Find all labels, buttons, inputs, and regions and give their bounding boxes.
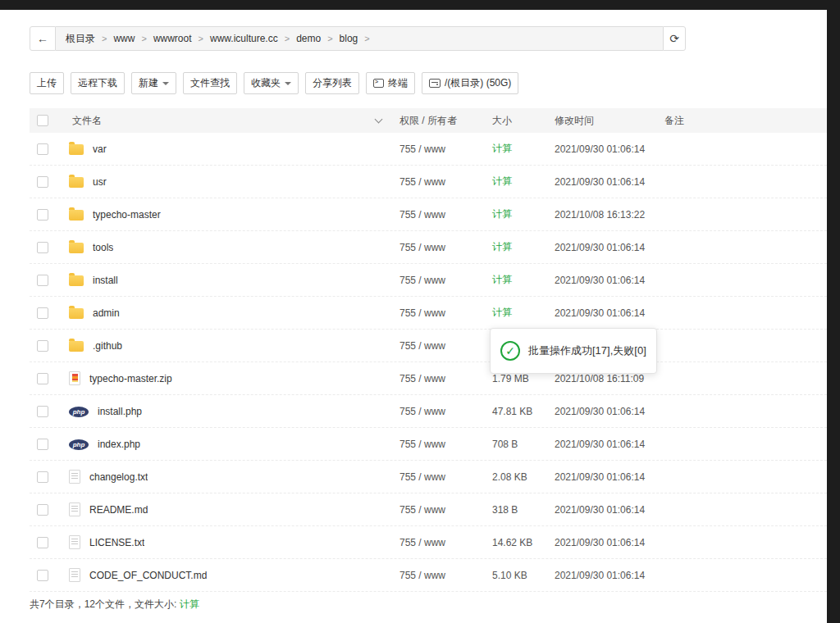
document-file-icon xyxy=(69,470,80,484)
row-checkbox[interactable] xyxy=(37,504,48,516)
refresh-button[interactable]: ⟳ xyxy=(663,26,686,51)
row-checkbox[interactable] xyxy=(37,242,48,253)
breadcrumb-item[interactable]: 根目录 xyxy=(64,32,97,46)
terminal-button[interactable]: 终端 xyxy=(366,72,415,94)
file-search-button[interactable]: 文件查找 xyxy=(183,72,237,94)
file-name[interactable]: install xyxy=(93,275,118,286)
favorites-button[interactable]: 收藏夹 xyxy=(244,72,299,94)
file-mtime: 2021/09/30 01:06:14 xyxy=(555,242,664,253)
terminal-button-label: 终端 xyxy=(388,76,408,90)
breadcrumb-separator: > xyxy=(327,34,332,43)
calc-size-link[interactable]: 计算 xyxy=(492,175,512,187)
file-name[interactable]: install.php xyxy=(98,406,142,417)
row-checkbox[interactable] xyxy=(37,275,48,286)
file-name[interactable]: index.php xyxy=(98,439,140,450)
file-name[interactable]: admin xyxy=(93,307,120,319)
row-checkbox[interactable] xyxy=(37,570,48,581)
remote-download-button[interactable]: 远程下载 xyxy=(71,72,125,94)
table-row: CODE_OF_CONDUCT.md755 / www5.10 KB2021/0… xyxy=(30,559,827,592)
upload-button-label: 上传 xyxy=(37,76,57,90)
file-mtime: 2021/09/30 01:06:14 xyxy=(555,275,664,286)
calc-size-link[interactable]: 计算 xyxy=(492,143,512,154)
favorites-button-label: 收藏夹 xyxy=(251,76,281,90)
footer-text: 共7个目录，12个文件，文件大小: xyxy=(30,598,180,610)
breadcrumb-item[interactable]: www xyxy=(112,33,136,44)
file-list: var755 / www计算2021/09/30 01:06:14usr755 … xyxy=(30,133,827,592)
row-checkbox[interactable] xyxy=(37,209,48,221)
footer-calc-link[interactable]: 计算 xyxy=(180,598,199,610)
file-size: 1.79 MB xyxy=(492,373,529,384)
table-row: install755 / www计算2021/09/30 01:06:14 xyxy=(30,264,827,297)
file-name[interactable]: README.md xyxy=(89,504,148,516)
file-name[interactable]: CODE_OF_CONDUCT.md xyxy=(89,570,207,581)
table-row: phpindex.php755 / www708 B2021/09/30 01:… xyxy=(30,428,827,461)
file-name[interactable]: typecho-master xyxy=(93,209,161,221)
zip-file-icon xyxy=(69,371,80,385)
file-size: 5.10 KB xyxy=(492,570,527,581)
breadcrumb-item[interactable]: www.iculture.cc xyxy=(208,33,280,44)
file-size: 708 B xyxy=(492,439,518,450)
row-checkbox[interactable] xyxy=(37,143,48,155)
table-row: typecho-master755 / www计算2021/10/08 16:1… xyxy=(30,198,827,231)
table-row: admin755 / www计算2021/09/30 01:06:14 xyxy=(30,297,827,330)
row-checkbox[interactable] xyxy=(37,340,48,352)
file-permission: 755 / www xyxy=(399,439,492,450)
share-list-button[interactable]: 分享列表 xyxy=(305,72,359,94)
file-size: 14.62 KB xyxy=(492,537,532,548)
calc-size-link[interactable]: 计算 xyxy=(492,307,512,318)
file-name[interactable]: usr xyxy=(93,176,107,188)
file-permission: 755 / www xyxy=(399,275,492,286)
chevron-down-icon[interactable] xyxy=(375,116,383,124)
file-name[interactable]: var xyxy=(93,143,107,155)
file-permission: 755 / www xyxy=(399,143,492,155)
upload-button[interactable]: 上传 xyxy=(30,72,64,94)
breadcrumb-item[interactable]: demo xyxy=(294,33,322,44)
file-permission: 755 / www xyxy=(399,504,492,516)
calc-size-link[interactable]: 计算 xyxy=(492,274,512,285)
file-permission: 755 / www xyxy=(399,471,492,483)
terminal-icon xyxy=(373,79,384,88)
file-permission: 755 / www xyxy=(399,570,492,581)
row-checkbox[interactable] xyxy=(37,176,48,188)
file-name[interactable]: LICENSE.txt xyxy=(89,537,144,548)
file-mtime: 2021/09/30 01:06:14 xyxy=(555,406,664,417)
new-button[interactable]: 新建 xyxy=(131,72,176,94)
back-button[interactable]: ← xyxy=(30,26,56,51)
breadcrumb-separator: > xyxy=(102,34,107,43)
file-permission: 755 / www xyxy=(399,373,492,384)
breadcrumb-item[interactable]: wwwroot xyxy=(152,33,194,44)
share-list-button-label: 分享列表 xyxy=(313,76,352,90)
file-name[interactable]: typecho-master.zip xyxy=(89,373,172,384)
file-mtime: 2021/09/30 01:06:14 xyxy=(555,570,664,581)
row-checkbox[interactable] xyxy=(37,537,48,548)
breadcrumb-item[interactable]: blog xyxy=(338,33,360,44)
row-checkbox[interactable] xyxy=(37,406,48,417)
file-mtime: 2021/09/30 01:06:14 xyxy=(555,504,664,516)
file-name[interactable]: .github xyxy=(93,340,122,352)
table-row: README.md755 / www318 B2021/09/30 01:06:… xyxy=(30,493,827,526)
folder-icon xyxy=(69,177,84,188)
table-row: usr755 / www计算2021/09/30 01:06:14 xyxy=(30,166,827,198)
file-size: 47.81 KB xyxy=(492,406,532,417)
folder-icon xyxy=(69,275,84,286)
folder-icon xyxy=(69,144,84,155)
header-filename: 文件名 xyxy=(69,114,102,128)
row-checkbox[interactable] xyxy=(37,373,48,384)
row-checkbox[interactable] xyxy=(37,471,48,483)
file-name[interactable]: tools xyxy=(93,242,113,253)
calc-size-link[interactable]: 计算 xyxy=(492,208,512,220)
disk-button-label: /(根目录) (50G) xyxy=(445,76,511,90)
breadcrumb: 根目录>www>wwwroot>www.iculture.cc>demo>blo… xyxy=(56,26,663,51)
row-checkbox[interactable] xyxy=(37,439,48,450)
file-permission: 755 / www xyxy=(399,340,492,352)
toast-notification: ✓ 批量操作成功[17],失败[0] xyxy=(490,328,657,374)
table-row: phpinstall.php755 / www47.81 KB2021/09/3… xyxy=(30,395,827,428)
disk-button[interactable]: /(根目录) (50G) xyxy=(422,72,518,94)
calc-size-link[interactable]: 计算 xyxy=(492,241,512,252)
disk-icon xyxy=(429,79,441,88)
file-name[interactable]: changelog.txt xyxy=(89,471,148,483)
select-all-checkbox[interactable] xyxy=(37,115,48,126)
header-size: 大小 xyxy=(492,114,555,128)
document-file-icon xyxy=(69,502,80,516)
row-checkbox[interactable] xyxy=(37,307,48,319)
